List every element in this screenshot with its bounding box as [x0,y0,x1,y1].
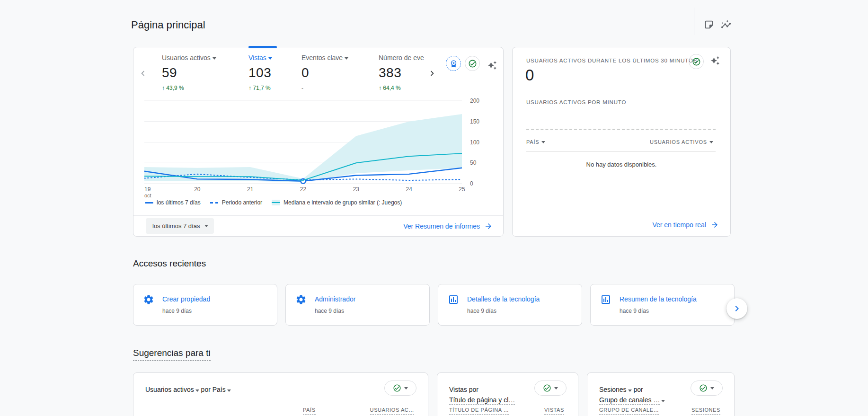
recent-card-3[interactable]: Resumen de la tecnologíahace 9 días [590,284,735,326]
suggestion-card-1: Vistas por Título de página y cl…TÍTULO … [437,372,578,416]
insights-sparkle-icon[interactable] [710,56,720,65]
caret-down-icon [227,389,231,392]
gear-icon [295,294,307,325]
dimension-selector[interactable]: Título de página y cl… [449,396,515,405]
legend-item-0: los últimos 7 días [145,199,201,206]
recent-card-0[interactable]: Crear propiedadhace 9 días [133,284,277,326]
metrics-scroll-right-button[interactable] [426,67,438,80]
insights-icon-button[interactable] [718,17,734,32]
benchmark-medal-icon[interactable] [446,56,461,71]
recent-card-title[interactable]: Detalles de la tecnología [467,295,540,303]
metric-delta: ↑ 64,4 % [379,85,424,91]
recent-card-title[interactable]: Administrador [315,295,355,303]
dimension-selector[interactable]: Grupo de canales … [599,396,660,405]
metric-column-header[interactable]: SESIONES [691,407,720,415]
reports-snapshot-link[interactable]: Ver Resumen de informes [403,222,493,230]
svg-text:25: 25 [459,186,465,193]
suggestions-section-title: Sugerencias para ti [133,348,211,361]
svg-text:19: 19 [144,186,151,193]
gear-icon [143,294,154,325]
metric-column-header[interactable]: USUARIOS AC… [370,407,414,415]
dimension-column-header[interactable]: PAÍS [303,407,316,415]
data-quality-chip[interactable] [534,381,567,396]
trend-chart-svg: 05010015020019202122232425oct [144,97,495,198]
metric-selector[interactable]: Sesiones [599,386,627,394]
reports-snapshot-link-label: Ver Resumen de informes [403,222,480,230]
active-users-column-header[interactable]: USUARIOS ACTIVOS [650,139,713,145]
data-quality-check-icon[interactable] [465,56,480,71]
recent-card-title[interactable]: Crear propiedad [162,295,210,303]
suggestion-card-2: Sesiones por Grupo de canales …GRUPO DE … [587,372,735,416]
caret-down-icon [554,387,558,389]
data-quality-chip[interactable] [691,381,723,396]
realtime-report-link[interactable]: Ver en tiempo real [652,221,719,229]
legend-label: los últimos 7 días [157,199,201,206]
check-circle-icon [393,384,401,392]
insights-icon [721,19,731,30]
note-icon-button[interactable] [701,17,717,32]
dimension-selector[interactable]: País [213,386,226,394]
metric-label: Eventos clave [301,54,348,62]
caret-down-icon [541,141,545,143]
svg-text:21: 21 [247,186,254,193]
suggestion-card-0: Usuarios activos por PaísPAÍSUSUARIOS AC… [133,372,428,416]
recent-card-text: Detalles de la tecnologíahace 9 días [467,294,540,325]
bar-chart-icon [448,294,459,325]
metric-label: Número de eve [379,54,424,62]
date-range-selector[interactable]: los últimos 7 días [146,218,214,234]
page-title: Página principal [131,19,205,31]
realtime-sparkline-placeholder [526,129,716,130]
metric-delta: ↑ 43,9 % [162,85,216,91]
suggestion-cards-row: Usuarios activos por PaísPAÍSUSUARIOS AC… [133,372,735,416]
legend-label: Periodo anterior [222,199,262,206]
data-quality-check-icon[interactable] [689,54,704,69]
check-circle-icon [699,384,708,392]
metric-label-text: Vistas [248,54,266,62]
recent-scroll-next-button[interactable] [726,298,747,319]
svg-text:100: 100 [470,139,479,146]
legend-swatch-solid [145,202,153,204]
recent-card-title[interactable]: Resumen de la tecnología [620,295,697,303]
legend-item-2: Mediana e intervalo de grupo similar (: … [272,199,402,206]
dimension-column-header[interactable]: GRUPO DE CANALE… [599,407,659,415]
realtime-active-users-value: 0 [525,66,534,84]
insights-sparkle-icon[interactable] [485,58,500,73]
metric-selector[interactable]: Usuarios activos [145,386,194,394]
metric-column-header[interactable]: VISTAS [544,407,564,415]
metric-tab-0[interactable]: Usuarios activos59↑ 43,9 % [162,54,216,91]
data-quality-chip[interactable] [384,381,416,396]
caret-down-icon [709,141,713,143]
metric-selector[interactable]: Vistas [449,386,467,394]
country-column-header[interactable]: PAÍS [526,139,545,145]
recent-card-2[interactable]: Detalles de la tecnologíahace 9 días [438,284,582,326]
trend-chart[interactable]: 05010015020019202122232425oct [144,97,495,198]
selected-metric-indicator [248,46,277,48]
metric-tab-3[interactable]: Número de eve383↑ 64,4 % [379,54,424,91]
metric-label: Usuarios activos [162,54,216,62]
suggestion-card-title: Sesiones por Grupo de canales … [599,384,688,405]
realtime-card: USUARIOS ACTIVOS DURANTE LOS ÚLTIMOS 30 … [512,47,731,237]
recent-cards-row: Crear propiedadhace 9 díasAdministradorh… [133,284,735,326]
chart-legend: los últimos 7 díasPeriodo anteriorMedian… [145,199,402,206]
suggestion-card-title: Usuarios activos por País [145,384,341,395]
caret-down-icon [195,389,199,392]
legend-swatch-band [272,200,280,205]
recent-card-subtitle: hace 9 días [467,308,540,314]
dimension-column-header[interactable]: TÍTULO DE PÁGINA … [449,407,509,415]
metric-value: 0 [301,65,348,80]
metric-label: Vistas [248,54,272,62]
metric-tab-1[interactable]: Vistas103↑ 71,7 % [248,54,272,91]
realtime-table-divider [526,151,716,152]
svg-text:oct: oct [144,193,151,198]
metric-tab-2[interactable]: Eventos clave0- [301,54,348,91]
overview-card: Usuarios activos59↑ 43,9 %Vistas103↑ 71,… [133,47,504,237]
metric-value: 59 [162,65,216,80]
metric-delta: ↑ 71,7 % [248,85,272,91]
caret-down-icon [628,389,632,392]
recent-section-title: Accesos recientes [133,258,206,269]
svg-text:150: 150 [470,118,479,125]
connector-text: por [632,386,643,393]
recent-card-1[interactable]: Administradorhace 9 días [285,284,430,326]
legend-swatch-dotted [210,202,219,204]
recent-card-text: Crear propiedadhace 9 días [162,294,210,325]
